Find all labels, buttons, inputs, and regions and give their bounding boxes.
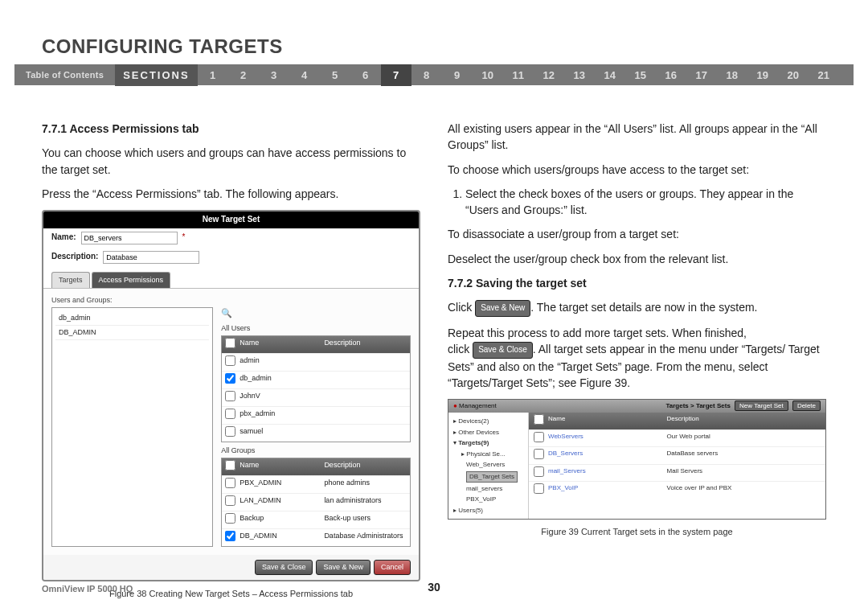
description-input[interactable] [103,251,199,264]
section-link-19[interactable]: 19 [747,69,778,81]
col-desc: Description [321,336,410,353]
table-row: samuel [222,424,410,442]
sections-label: SECTIONS [115,64,197,86]
table-row: PBX_ADMINphone admins [222,475,410,493]
section-link-12[interactable]: 12 [534,69,564,81]
section-link-5[interactable]: 5 [320,69,350,81]
figure-38-screenshot: New Target Set Name: * Description: Targ… [42,210,420,581]
body-text: Deselect the user/group check box from t… [448,251,826,267]
tree-node[interactable]: Web_Servers [453,459,523,470]
name-label: Name: [51,232,76,244]
tab-access-permissions[interactable]: Access Permissions [92,272,171,288]
all-groups-label: All Groups [221,446,411,456]
section-link-18[interactable]: 18 [717,69,747,81]
user-checkbox[interactable] [225,426,235,437]
col-name: Name [543,413,662,429]
tree-node[interactable]: ▾ Targets(9) [453,438,523,449]
dialog-title: New Target Set [43,212,419,228]
table-row: DB_ServersDataBase servers [529,446,825,464]
select-all-groups-checkbox[interactable] [225,460,235,470]
user-checkbox[interactable] [225,391,235,401]
section-link-8[interactable]: 8 [411,69,442,81]
table-row: PBX_VoIPVoice over IP and PBX [529,481,825,499]
section-link-14[interactable]: 14 [595,69,625,81]
section-link-11[interactable]: 11 [503,69,534,81]
toc-link[interactable]: Table of Contents [14,70,115,80]
section-link-17[interactable]: 17 [686,69,717,81]
new-target-set-button[interactable]: New Target Set [735,401,788,411]
list-item[interactable]: db_admin [55,311,209,326]
users-and-groups-label: Users and Groups: [51,295,411,306]
save-and-new-button[interactable]: Save & New [475,300,530,317]
tree-node[interactable]: ▸ Other Devices [453,427,523,438]
section-link-21[interactable]: 21 [809,69,839,81]
cancel-button[interactable]: Cancel [374,560,411,575]
save-and-close-button[interactable]: Save & Close [473,342,533,359]
all-groups-grid: Name Description PBX_ADMINphone admins L… [221,458,411,547]
page-title: CONFIGURING TARGETS [42,35,283,58]
left-column: 7.7.1 Access Permissions tab You can cho… [42,121,420,601]
user-checkbox[interactable] [225,355,235,366]
page-number: 30 [0,581,868,594]
figure-39-caption: Figure 39 Current Target sets in the sys… [448,526,826,539]
group-checkbox[interactable] [225,531,235,541]
table-row: admin [222,353,410,371]
target-sets-table: Name Description WebServersOur Web porta… [529,413,825,519]
section-link-3[interactable]: 3 [259,69,289,81]
tab-targets[interactable]: Targets [51,272,90,288]
user-checkbox[interactable] [225,409,235,419]
tree-node[interactable]: ▸ Users(5) [453,505,523,516]
tree-node-selected[interactable]: DB_Target Sets [453,470,523,483]
section-link-1[interactable]: 1 [198,69,228,81]
description-label: Description: [51,251,98,263]
col-name: Name [236,458,321,475]
selected-users-groups-list: db_admin DB_ADMIN [51,307,213,548]
table-row: WebServersOur Web portal [529,429,825,447]
heading-7-7-1: 7.7.1 Access Permissions tab [42,121,420,137]
body-text: To choose which users/groups have access… [448,162,826,178]
delete-button[interactable]: Delete [792,401,821,411]
section-link-2[interactable]: 2 [228,69,259,81]
body-text: Repeat this process to add more target s… [448,325,826,391]
section-link-20[interactable]: 20 [778,69,809,81]
section-link-13[interactable]: 13 [564,69,595,81]
user-checkbox[interactable] [225,373,235,384]
table-row: mail_ServersMail Servers [529,464,825,482]
select-all-users-checkbox[interactable] [225,338,235,348]
section-link-9[interactable]: 9 [442,69,473,81]
section-link-6[interactable]: 6 [350,69,381,81]
body-text: To disassociate a user/group from a targ… [448,226,826,242]
group-checkbox[interactable] [225,495,235,506]
management-label: Management [459,402,497,409]
group-checkbox[interactable] [225,513,235,524]
table-row: db_admin [222,371,410,388]
tree-node[interactable]: mail_servers [453,483,523,495]
table-row: DB_ADMINDatabase Administrators [222,528,410,546]
heading-7-7-2: 7.7.2 Saving the target set [448,275,826,291]
section-link-10[interactable]: 10 [473,69,503,81]
group-checkbox[interactable] [225,478,235,488]
body-text: You can choose which users and groups ca… [42,145,420,178]
right-column: All existing users appear in the “All Us… [448,121,826,601]
body-text: Press the “Access Permissions” tab. The … [42,186,420,202]
col-desc: Description [321,458,410,475]
breadcrumb: Targets > Target Sets [665,402,730,409]
all-users-grid: Name Description admin db_admin JohnV pb… [221,335,411,442]
save-close-button[interactable]: Save & Close [255,560,313,575]
section-link-16[interactable]: 16 [656,69,686,81]
name-input[interactable] [81,232,178,244]
search-icon[interactable]: 🔍 [221,308,232,318]
section-link-4[interactable]: 4 [289,69,320,81]
body-text: All existing users appear in the “All Us… [448,121,826,154]
save-new-button[interactable]: Save & New [316,560,371,575]
tree-node[interactable]: PBX_VoIP [453,494,523,505]
tree-node[interactable]: ▸ Devices(2) [453,416,523,427]
figure-39-screenshot: ● Management Targets > Target Sets New T… [448,399,826,520]
table-row: pbx_admin [222,406,410,424]
section-link-15[interactable]: 15 [625,69,656,81]
body-text: Click Save & New. The target set details… [448,299,826,317]
tree-node[interactable]: ▸ Physical Se... [453,449,523,460]
section-link-7[interactable]: 7 [381,64,411,86]
list-item[interactable]: DB_ADMIN [55,326,209,340]
nav-tree: ▸ Devices(2) ▸ Other Devices ▾ Targets(9… [448,413,529,519]
